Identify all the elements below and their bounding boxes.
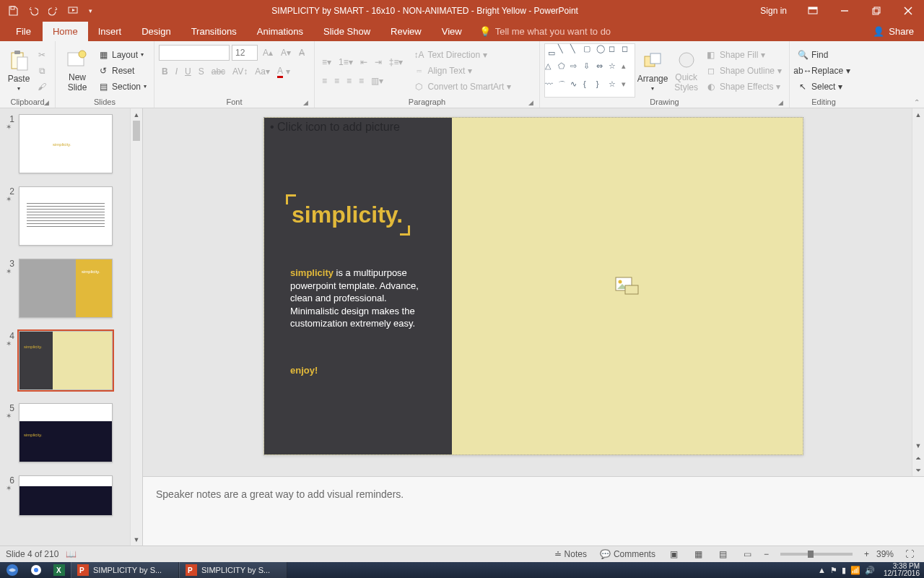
- thumbnail-2[interactable]: 2✶: [6, 186, 139, 246]
- comments-toggle[interactable]: 💬 Comments: [597, 546, 658, 562]
- zoom-slider[interactable]: [780, 553, 853, 556]
- scroll-down-icon[interactable]: ▼: [131, 533, 142, 545]
- share-button[interactable]: 👤 Share: [863, 22, 924, 41]
- slide-canvas[interactable]: • Click icon to add picture simplicity. …: [263, 117, 803, 455]
- zoom-level[interactable]: 39%: [876, 549, 894, 559]
- save-icon[interactable]: [4, 2, 22, 20]
- slide-body-text[interactable]: simplicity is a multipurpose powerpoint …: [290, 267, 435, 330]
- tab-home[interactable]: Home: [43, 22, 88, 41]
- bullets-button[interactable]: ≡▾: [319, 54, 334, 70]
- replace-button[interactable]: ab↔Replace ▾: [794, 63, 853, 79]
- quick-styles-button[interactable]: Quick Styles: [670, 43, 702, 98]
- find-button[interactable]: 🔍Find: [794, 47, 853, 63]
- align-text-button[interactable]: ⎓Align Text ▾: [410, 63, 514, 79]
- dialog-launcher-icon[interactable]: ◢: [303, 99, 308, 106]
- fit-to-window-icon[interactable]: ⛶: [901, 548, 918, 561]
- thumbnail-3[interactable]: 3✶ simplicity.: [6, 259, 139, 318]
- numbering-button[interactable]: 1≡▾: [336, 54, 356, 70]
- align-right-button[interactable]: ≡: [344, 73, 354, 89]
- zoom-out-button[interactable]: −: [764, 549, 769, 559]
- sign-in-button[interactable]: Sign in: [750, 0, 797, 22]
- dialog-launcher-icon[interactable]: ◢: [44, 99, 49, 106]
- notes-toggle[interactable]: ≐ Notes: [552, 546, 590, 562]
- text-direction-button[interactable]: ↕AText Direction ▾: [410, 47, 514, 63]
- thumbnail-scrollbar[interactable]: ▲ ▼: [130, 108, 142, 545]
- redo-icon[interactable]: [45, 2, 62, 20]
- tab-design[interactable]: Design: [131, 22, 180, 41]
- slideshow-view-icon[interactable]: ▭: [739, 548, 757, 561]
- change-case-button[interactable]: Aa▾: [252, 64, 273, 79]
- tab-transitions[interactable]: Transitions: [181, 22, 247, 41]
- new-slide-button[interactable]: New Slide: [60, 43, 95, 98]
- shapes-gallery[interactable]: ▭╲╲▢◯◻◻ △⬠⇨⇩⇔☆▴ 〰⌒∿{}☆▾: [544, 43, 635, 98]
- tray-network-icon[interactable]: 📶: [850, 566, 860, 575]
- start-from-beginning-icon[interactable]: [65, 2, 82, 20]
- dialog-launcher-icon[interactable]: ◢: [778, 99, 783, 106]
- increase-indent-button[interactable]: ⇥: [372, 54, 385, 70]
- tab-slideshow[interactable]: Slide Show: [313, 22, 380, 41]
- thumbnail-5[interactable]: 5✶ simplicity.: [6, 403, 139, 462]
- scroll-thumb[interactable]: [133, 121, 140, 141]
- ribbon-display-options-icon[interactable]: [797, 0, 829, 22]
- shape-outline-button[interactable]: ◻Shape Outline ▾: [702, 63, 785, 79]
- section-button[interactable]: ▤Section ▾: [95, 79, 149, 95]
- columns-button[interactable]: ▥▾: [368, 73, 386, 89]
- undo-icon[interactable]: [25, 2, 42, 20]
- qat-customize-icon[interactable]: ▾: [85, 2, 95, 20]
- char-spacing-button[interactable]: AV↕: [230, 64, 250, 79]
- taskbar-excel-icon[interactable]: X: [48, 562, 71, 578]
- reading-view-icon[interactable]: ▤: [715, 548, 732, 561]
- picture-placeholder[interactable]: [452, 118, 803, 454]
- restore-button[interactable]: [860, 0, 892, 22]
- strikethrough-button[interactable]: abc: [209, 64, 228, 79]
- tray-volume-icon[interactable]: 🔊: [865, 566, 875, 575]
- align-center-button[interactable]: ≡: [331, 73, 342, 89]
- decrease-indent-button[interactable]: ⇤: [357, 54, 370, 70]
- next-slide-icon[interactable]: ⏷: [912, 464, 924, 476]
- start-button[interactable]: [0, 562, 25, 578]
- line-spacing-button[interactable]: ‡≡▾: [386, 54, 406, 70]
- reset-button[interactable]: ↺Reset: [95, 63, 149, 79]
- font-size-input[interactable]: [232, 45, 258, 61]
- scroll-down-icon[interactable]: ▼: [912, 439, 924, 452]
- shape-fill-button[interactable]: ◧Shape Fill ▾: [702, 47, 785, 63]
- font-family-input[interactable]: [159, 45, 230, 61]
- minimize-button[interactable]: [829, 0, 860, 22]
- increase-font-button[interactable]: A▴: [260, 45, 276, 61]
- shape-effects-button[interactable]: ◐Shape Effects ▾: [702, 79, 785, 95]
- layout-button[interactable]: ▦Layout ▾: [95, 47, 149, 63]
- underline-button[interactable]: U: [182, 64, 194, 79]
- insert-picture-icon[interactable]: [615, 277, 640, 296]
- arrange-button[interactable]: Arrange▾: [635, 43, 671, 98]
- select-button[interactable]: ↖Select ▾: [794, 79, 853, 95]
- align-left-button[interactable]: ≡: [319, 73, 330, 89]
- taskbar-clock[interactable]: 3:38 PM 12/17/2016: [879, 563, 920, 577]
- thumbnail-1[interactable]: 1✶ simplicity.: [6, 114, 139, 173]
- tab-animations[interactable]: Animations: [247, 22, 313, 41]
- tray-battery-icon[interactable]: ▮: [842, 566, 846, 575]
- tell-me-search[interactable]: 💡 Tell me what you want to do: [472, 22, 618, 41]
- spellcheck-icon[interactable]: 📖: [66, 549, 77, 559]
- tray-action-center-icon[interactable]: ⚑: [830, 566, 837, 575]
- taskbar-app-2[interactable]: PSIMPLICITY by S...: [179, 562, 287, 578]
- thumbnail-pane[interactable]: 1✶ simplicity. 2✶ 3✶ simplicity. 4✶ simp…: [0, 108, 143, 545]
- scroll-up-icon[interactable]: ▲: [912, 108, 924, 121]
- bold-button[interactable]: B: [159, 64, 171, 79]
- slide-sorter-icon[interactable]: ▦: [690, 548, 707, 561]
- editor-scrollbar[interactable]: ▲ ▼ ⏶ ⏷: [912, 108, 924, 476]
- copy-button[interactable]: ⧉: [33, 63, 51, 79]
- italic-button[interactable]: I: [173, 64, 180, 79]
- tab-review[interactable]: Review: [380, 22, 432, 41]
- taskbar-chrome-icon[interactable]: [25, 562, 48, 578]
- convert-smartart-button[interactable]: ⬡Convert to SmartArt ▾: [410, 79, 514, 95]
- font-color-button[interactable]: A▾: [274, 64, 293, 79]
- tab-view[interactable]: View: [432, 22, 472, 41]
- notes-pane[interactable]: Speaker notes are a great way to add vis…: [143, 476, 924, 545]
- paste-button[interactable]: Paste ▾: [4, 43, 33, 98]
- dialog-launcher-icon[interactable]: ◢: [528, 99, 533, 106]
- slide-enjoy-text[interactable]: enjoy!: [290, 365, 318, 376]
- prev-slide-icon[interactable]: ⏶: [912, 452, 924, 464]
- zoom-slider-thumb[interactable]: [808, 551, 814, 558]
- shadow-button[interactable]: S: [196, 64, 207, 79]
- scroll-up-icon[interactable]: ▲: [131, 108, 142, 121]
